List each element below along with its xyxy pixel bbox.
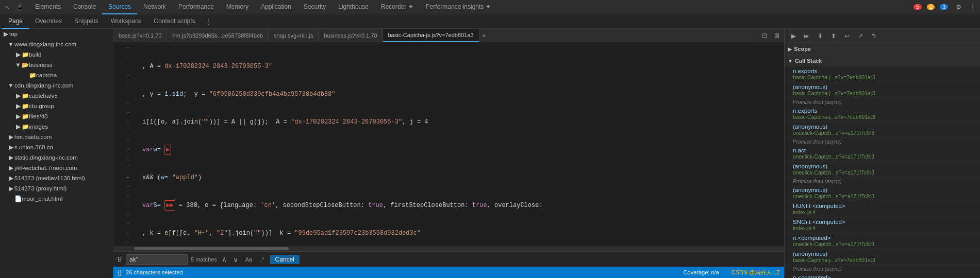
- tab-elements[interactable]: Elements: [29, 0, 67, 14]
- cs-item-5[interactable]: (anonymous) oneclick-Captch...s?v=a171f7…: [785, 162, 980, 178]
- call-stack-label: Call Stack: [795, 58, 822, 64]
- main-content: ▶ top ▼ www.dingxiang-inc.com ▶ 📁 build …: [0, 29, 980, 278]
- tab-sources[interactable]: Sources: [102, 0, 137, 14]
- tree-item-build[interactable]: ▶ 📁 build: [0, 49, 113, 60]
- dont-pause-button[interactable]: ↰: [868, 30, 879, 42]
- code-line: , y = i.sid; y = "6f0586250d339cfb4a4ba9…: [136, 90, 784, 99]
- step-over-button[interactable]: ⏭: [801, 30, 812, 42]
- watermark-text: CSDN @局外人.LZ: [732, 269, 780, 276]
- file-tab-base[interactable]: base.js?v=0.1.70: [113, 29, 167, 42]
- tree-item-captchav5[interactable]: ▶ 📁 captcha/v5: [0, 91, 113, 101]
- resume-button[interactable]: ▶: [788, 30, 799, 42]
- search-match-count: 5 matches: [191, 256, 217, 263]
- deactivate-breakpoints-button[interactable]: ↗: [855, 30, 866, 42]
- tab-lighthouse[interactable]: Lighthouse: [332, 0, 375, 14]
- tree-item-files40[interactable]: ▶ 📁 files/40: [0, 111, 113, 121]
- inspect-icon[interactable]: ↖: [2, 2, 12, 12]
- tree-item-ykf[interactable]: ▶ ykf-webchat.7moor.com: [0, 163, 113, 173]
- h-scrollbar-thumb[interactable]: [134, 247, 289, 250]
- tree-item-top[interactable]: ▶ top: [0, 29, 113, 39]
- tab-content-scripts[interactable]: Content scripts: [148, 14, 202, 29]
- tab-performance[interactable]: Performance: [172, 0, 220, 14]
- tree-item-ctu[interactable]: ▶ 📁 ctu-group: [0, 101, 113, 111]
- cs-item-2[interactable]: n.exports basic-Captcha-j...s?v=7edb801a…: [785, 106, 980, 122]
- cs-item-4[interactable]: n.act oneclick-Captch...s?v=a171f7c9:3: [785, 146, 980, 162]
- info-badge: 3: [940, 4, 948, 10]
- cs-item-7[interactable]: HUNt.t <computed> index.js:4: [785, 201, 980, 217]
- scope-header[interactable]: ▶ Scope: [785, 43, 980, 55]
- step-into-button[interactable]: ⬇: [815, 30, 826, 42]
- file-tab-captcha[interactable]: basic-Captcha-js.js?v=7edb801a3: [383, 29, 479, 42]
- cs-item-11[interactable]: n.<computed> basic-Captcha-j...s?v=7edb8…: [785, 273, 980, 278]
- file-tab-snap[interactable]: snap.svg-min.js: [269, 29, 319, 42]
- right-panel-content: ▶ Scope ▼ Call Stack n.exports basic-Cap…: [785, 43, 980, 278]
- step-button[interactable]: ↩: [841, 30, 853, 42]
- more-icon[interactable]: ⋮: [968, 2, 978, 12]
- tab-console[interactable]: Console: [67, 0, 102, 14]
- step-out-button[interactable]: ⬆: [828, 30, 839, 42]
- tab-overrides[interactable]: Overrides: [29, 14, 68, 29]
- tab-workspace[interactable]: Workspace: [105, 14, 148, 29]
- warning-badge: 2: [927, 4, 935, 10]
- tab-memory[interactable]: Memory: [220, 0, 255, 14]
- code-selection-icon: {}: [118, 269, 122, 276]
- tree-item-captcha[interactable]: 📁 captcha: [0, 70, 113, 80]
- tab-recorder[interactable]: Recorder ✦: [375, 0, 420, 14]
- code-lines: , A = dx-170282324 2843-26793055-3" , y …: [134, 42, 784, 246]
- devtools-icons: ↖ 📱: [2, 2, 25, 12]
- tab-application[interactable]: Application: [255, 0, 297, 14]
- cs-item-0[interactable]: n.exports basic-Captcha-j...s?v=7edb801a…: [785, 66, 980, 82]
- tree-item-cdn[interactable]: ▼ cdn.dingxiang-inc.com: [0, 80, 113, 91]
- cs-item-10[interactable]: (anonymous) basic-Captcha-j...s?v=7edb80…: [785, 249, 980, 265]
- file-tabbar: base.js?v=0.1.70 hm.js?b9293d65b...ce587…: [113, 29, 784, 42]
- settings-icon[interactable]: ⚙: [953, 2, 964, 12]
- regex-button[interactable]: .*: [258, 255, 267, 264]
- tree-item-www[interactable]: ▼ www.dingxiang-inc.com: [0, 39, 113, 49]
- tree-arrow-www: ▼: [7, 41, 14, 47]
- cs-async-1: Promise.then (async): [785, 138, 980, 146]
- tree-item-s360[interactable]: ▶ s.union.360.cn: [0, 142, 113, 152]
- tree-item-moorchat[interactable]: 📄 moor_chat.html: [0, 194, 113, 204]
- device-icon[interactable]: 📱: [14, 2, 25, 12]
- tree-item-images[interactable]: ▶ 📁 images: [0, 121, 113, 132]
- tree-item-business[interactable]: ▼ 📂 business: [0, 60, 113, 70]
- cs-item-3[interactable]: (anonymous) oneclick-Captch...s?v=a171f7…: [785, 122, 980, 138]
- file-tab-more[interactable]: »: [479, 32, 489, 39]
- tabs-more-icon[interactable]: ⋮: [204, 16, 214, 27]
- search-prev-button[interactable]: ∧: [220, 255, 228, 264]
- file-tab-right-icons: ⊡ ⊠: [759, 30, 784, 41]
- tree-item-514373-2[interactable]: ▶ 514373 (proxy.html): [0, 183, 113, 194]
- tab-page[interactable]: Page: [2, 14, 29, 29]
- code-scroll[interactable]: - - - - - - - - - - - - - - - - - - - -: [113, 42, 784, 246]
- cs-async-0: Promise.then (async): [785, 98, 980, 106]
- selection-count: 26 characters selected: [126, 269, 183, 275]
- call-stack-header[interactable]: ▼ Call Stack: [785, 55, 980, 66]
- cs-item-6[interactable]: (anonymous) oneclick-Captch...s?v=a171f7…: [785, 185, 980, 201]
- search-cancel-button[interactable]: Cancel: [270, 255, 300, 264]
- tab-network[interactable]: Network: [137, 0, 172, 14]
- search-bar: ᷾B 5 matches ∧ ∨ Aa .* Cancel: [113, 251, 784, 267]
- cs-item-9[interactable]: n.<computed> oneclick-Captch...s?v=a171f…: [785, 233, 980, 249]
- case-sensitive-button[interactable]: Aa: [243, 255, 255, 264]
- search-next-button[interactable]: ∨: [231, 255, 240, 264]
- tab-security[interactable]: Security: [297, 0, 332, 14]
- tab-perf-insights[interactable]: Performance insights ✦: [420, 0, 497, 14]
- expand-file-pane-icon[interactable]: ⊠: [772, 30, 782, 41]
- tree-item-hm[interactable]: ▶ hm.baidu.com: [0, 132, 113, 142]
- folder-icon-ctu: 📁: [22, 102, 29, 110]
- cs-item-1[interactable]: (anonymous) basic-Captcha-j...s?v=7edb80…: [785, 82, 980, 98]
- call-stack-chevron: ▼: [788, 58, 793, 64]
- file-tab-business[interactable]: business.js?v=0.1.70: [319, 29, 383, 42]
- h-scrollbar[interactable]: [113, 246, 784, 251]
- tab-snippets[interactable]: Snippets: [68, 14, 105, 29]
- cs-item-8[interactable]: SNGr.t <computed> index.js:4: [785, 217, 980, 233]
- tree-item-514373-1[interactable]: ▶ 514373 (mediav1130.html): [0, 173, 113, 183]
- search-input[interactable]: [126, 254, 188, 265]
- tree-item-static[interactable]: ▶ static.dingxiang-inc.com: [0, 152, 113, 163]
- folder-icon-captchav5: 📁: [22, 92, 29, 99]
- code-line: i[1([o, a].join(""))] = A || g(j); A = "…: [136, 117, 784, 127]
- collapse-file-pane-icon[interactable]: ⊡: [759, 30, 770, 41]
- file-tab-hm[interactable]: hm.js?b9293d65b...ce58738f8f4beb: [167, 29, 269, 42]
- error-badge: 5: [913, 4, 922, 10]
- scope-chevron: ▶: [788, 46, 792, 52]
